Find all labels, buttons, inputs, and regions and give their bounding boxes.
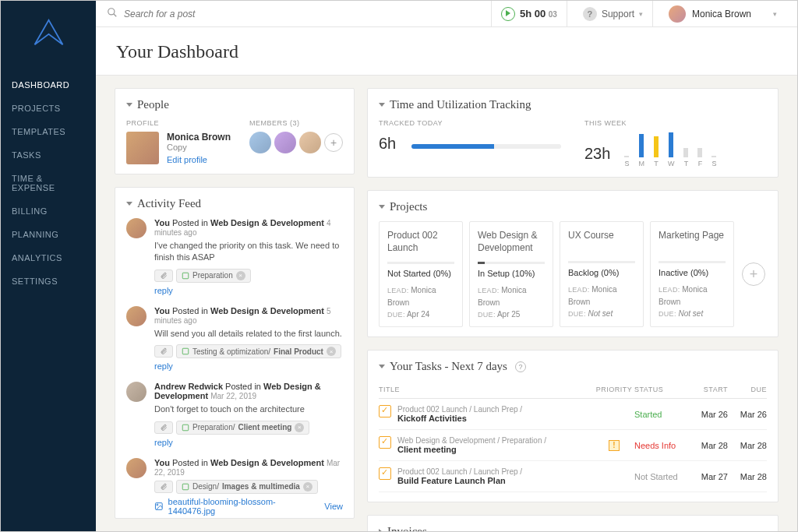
collapse-icon[interactable] [126,103,132,107]
nav-billing[interactable]: BILLING [1,199,96,223]
avatar [126,458,147,478]
avatar[interactable] [274,132,296,153]
task-icon [379,436,391,449]
user-menu[interactable]: Monica Brown ▾ [659,1,786,26]
invoices-card: Invoices [367,515,779,531]
avatar[interactable] [299,132,321,153]
timer[interactable]: 5h 00 03 [491,1,567,26]
play-icon [501,7,515,21]
add-project-button[interactable]: + [742,262,765,286]
svg-rect-3 [182,348,189,354]
file-link[interactable]: beautiful-blooming-blossom-1440476.jpg [168,497,297,516]
nav-planning[interactable]: PLANNING [1,223,96,246]
avatar[interactable] [249,132,271,153]
add-member-button[interactable]: + [324,133,343,152]
attachment-icon [154,421,173,434]
attachment-icon [154,481,173,493]
attachment-icon [154,270,173,282]
svg-point-7 [157,504,158,506]
collapse-icon[interactable] [379,365,385,368]
reply-link[interactable]: reply [154,438,343,447]
projects-card: Projects Product 002 LaunchNot Started (… [367,190,779,337]
svg-rect-2 [182,273,189,279]
project-card[interactable]: Product 002 LaunchNot Started (0%)LEAD: … [379,221,463,327]
tag[interactable]: Preparation/Client meeting × [176,421,309,435]
project-card[interactable]: Web Design & DevelopmentIn Setup (10%)LE… [469,221,553,327]
search-icon [107,7,118,20]
people-card: People PROFILE Monica Brown Copy Edit pr… [115,88,355,174]
tasks-card: Your Tasks - Next 7 days? TITLE PRIORITY… [367,350,779,502]
svg-rect-4 [182,425,189,431]
tag[interactable]: Design/Images & multimedia × [176,480,318,494]
topbar: 5h 00 03 ? Support ▾ Monica Brown ▾ [96,1,797,27]
page-title: Your Dashboard [116,41,777,62]
support-menu[interactable]: ? Support ▾ [574,1,653,26]
project-card[interactable]: Marketing PageInactive (0%)LEAD: Monica … [650,221,734,327]
task-row[interactable]: Product 002 Launch / Launch Prep /Kickof… [379,399,767,430]
search-box[interactable] [107,7,485,20]
tag[interactable]: Preparation × [176,269,251,283]
sidebar: DASHBOARDPROJECTSTEMPLATESTASKSTIME & EX… [1,1,96,531]
progress-bar [411,144,561,149]
search-input[interactable] [124,9,485,19]
nav-analytics[interactable]: ANALYTICS [1,246,96,270]
avatar [126,218,147,238]
reply-link[interactable]: reply [154,286,343,295]
task-row[interactable]: Web Design & Development / Preparation /… [379,430,767,461]
feed-item: Andrew Redwick Posted in Web Design & De… [126,382,343,446]
avatar [126,132,159,164]
expand-icon[interactable] [379,529,383,531]
reply-link[interactable]: reply [154,361,343,371]
task-icon [379,467,391,480]
view-link[interactable]: View [324,502,343,511]
avatar [669,5,686,23]
tag[interactable]: Testing & optimization/Final Product × [176,344,341,358]
nav-projects[interactable]: PROJECTS [1,97,96,120]
time-tracking-card: Time and Utilization Tracking TRACKED TO… [367,88,779,178]
collapse-icon[interactable] [126,202,132,206]
feed-item: You Posted in Web Design & Development M… [126,458,343,516]
chevron-down-icon: ▾ [773,10,777,18]
feed-item: You Posted in Web Design & Development 4… [126,218,343,295]
activity-card: Activity Feed You Posted in Web Design &… [115,187,355,519]
avatar [126,306,147,326]
task-row[interactable]: Product 002 Launch / Launch Prep /Build … [379,461,767,492]
svg-point-0 [108,9,115,15]
help-icon[interactable]: ? [515,361,526,372]
feed-item: You Posted in Web Design & Development 5… [126,306,343,371]
nav-tasks[interactable]: TASKS [1,143,96,167]
svg-rect-5 [182,484,189,490]
nav-time-expense[interactable]: TIME & EXPENSE [1,167,96,199]
page-header: Your Dashboard [96,27,797,76]
edit-profile-link[interactable]: Edit profile [167,155,231,164]
priority-warn-icon: ! [609,440,620,451]
logo [1,15,96,50]
collapse-icon[interactable] [379,205,385,209]
attachment-icon [154,345,173,358]
nav-dashboard[interactable]: DASHBOARD [1,73,96,97]
collapse-icon[interactable] [379,103,385,107]
task-icon [379,405,391,417]
chevron-down-icon: ▾ [639,10,643,18]
project-card[interactable]: UX CourseBacklog (0%)LEAD: Monica BrownD… [560,221,644,327]
avatar [126,382,147,402]
nav-settings[interactable]: SETTINGS [1,270,96,293]
nav-templates[interactable]: TEMPLATES [1,120,96,143]
week-chart: SMTWTFS [624,135,716,167]
svg-line-1 [114,14,117,17]
question-icon: ? [583,7,597,21]
